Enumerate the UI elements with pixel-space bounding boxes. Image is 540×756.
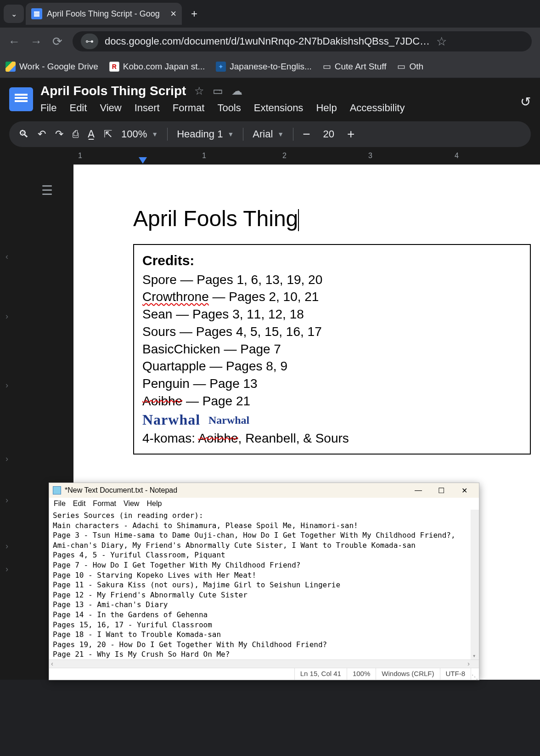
menu-file[interactable]: File (40, 102, 56, 114)
tab-close-icon[interactable]: × (170, 8, 176, 20)
caret-down-icon: ▼ (277, 131, 284, 138)
scrollbar-vertical[interactable] (471, 510, 479, 659)
search-menus-icon[interactable]: 🔍︎ (18, 128, 28, 140)
new-tab-button[interactable]: + (184, 7, 205, 20)
bookmark-japanese[interactable]: ✦ Japanese-to-Englis... (216, 62, 312, 72)
menu-view[interactable]: View (100, 102, 121, 114)
docs-header: April Fools Thing Script ☆ ▭→ ☁ FileEdit… (0, 78, 540, 114)
bookmark-work-drive[interactable]: Work - Google Drive (6, 62, 98, 72)
decrease-font-size-button[interactable]: − (303, 127, 310, 142)
credits-line: Spore — Pages 1, 6, 13, 19, 20 (142, 271, 522, 289)
credits-heading: Credits: (142, 251, 522, 270)
undo-icon[interactable]: ↶ (38, 128, 46, 140)
credits-line: Sours — Pages 4, 5, 15, 16, 17 (142, 323, 522, 341)
menu-help[interactable]: Help (316, 102, 337, 114)
notepad-icon (53, 486, 61, 495)
chevron-right-icon: › (6, 541, 8, 551)
menu-accessibility[interactable]: Accessibility (350, 102, 405, 114)
chevron-right-icon: › (6, 312, 8, 321)
bookmark-star-icon[interactable]: ☆ (436, 34, 447, 49)
tab-search-dropdown[interactable]: ⌄ (4, 5, 24, 23)
scrollbar-horizontal[interactable] (49, 659, 479, 668)
paragraph-style-select[interactable]: Heading 1 ▼ (177, 128, 234, 140)
reload-button[interactable]: ⟳ (52, 34, 62, 49)
menu-edit[interactable]: Edit (69, 102, 87, 114)
move-folder-icon[interactable]: ▭→ (213, 85, 223, 97)
doc-heading-1[interactable]: April Fools Thing (133, 206, 531, 231)
bookmarks-bar: Work - Google Drive R Kobo.com Japan st.… (0, 55, 540, 78)
bookmark-kobo[interactable]: R Kobo.com Japan st... (109, 62, 205, 72)
url-bar[interactable]: ⊶ docs.google.com/document/d/1wuNnRnqo-2… (73, 31, 532, 51)
maximize-button[interactable]: ☐ (430, 484, 452, 496)
notepad-menu-edit[interactable]: Edit (73, 500, 86, 508)
zoom-select[interactable]: 100% ▼ (121, 128, 158, 140)
notepad-menu: FileEditFormatViewHelp (49, 498, 479, 510)
menu-format[interactable]: Format (173, 102, 205, 114)
left-ruler: ‹ › › › › › › (0, 165, 18, 680)
status-eol: Windows (CRLF) (376, 668, 439, 680)
bookmark-cute-art[interactable]: ▭ Cute Art Stuff (323, 61, 387, 72)
text-cursor (298, 209, 299, 231)
notepad-menu-help[interactable]: Help (146, 500, 162, 508)
caret-down-icon: ▼ (152, 131, 158, 138)
forward-button[interactable]: → (30, 34, 42, 49)
cloud-saved-icon[interactable]: ☁ (231, 85, 242, 97)
outline-toggle-icon[interactable]: ☰ (37, 180, 57, 200)
resize-grip-icon[interactable] (471, 668, 479, 680)
indent-marker-icon[interactable] (139, 157, 147, 164)
site-controls-icon[interactable]: ⊶ (81, 34, 98, 49)
status-position: Ln 15, Col 41 (294, 668, 347, 680)
font-size-input[interactable]: 20 (320, 128, 338, 140)
font-select[interactable]: Arial ▼ (253, 128, 284, 140)
document-title[interactable]: April Fools Thing Script (40, 84, 186, 98)
notepad-titlebar[interactable]: *New Text Document.txt - Notepad — ☐ ✕ (49, 483, 479, 498)
notepad-menu-file[interactable]: File (54, 500, 66, 508)
spellcheck-icon[interactable]: A̲ (88, 128, 95, 140)
increase-font-size-button[interactable]: + (347, 127, 354, 142)
folder-icon: ▭ (323, 61, 331, 72)
koma-line: 4-komas: Aoibhe, Reanbell, & Sours (142, 430, 522, 447)
ruler-number: 1 (78, 152, 82, 160)
menu-insert[interactable]: Insert (135, 102, 160, 114)
credits-line: Quartapple — Pages 8, 9 (142, 358, 522, 375)
close-button[interactable]: ✕ (453, 484, 475, 496)
notepad-statusbar: Ln 15, Col 41 100% Windows (CRLF) UTF-8 (49, 668, 479, 680)
notepad-text-area[interactable]: Series Sources (in reading order): Main … (49, 510, 479, 659)
credits-line: BasicChicken — Page 7 (142, 341, 522, 358)
ruler-number: 2 (282, 152, 287, 160)
ruler-number: 1 (202, 152, 206, 160)
print-icon[interactable]: ⎙ (73, 128, 79, 140)
folder-icon: ▭ (397, 61, 405, 72)
chevron-right-icon: › (6, 495, 8, 505)
gdoc-favicon-icon (31, 8, 42, 19)
back-button[interactable]: ← (8, 34, 20, 49)
handwritten-narwhal-2: Narwhal (208, 413, 249, 427)
tab-title: April Fools Thing Script - Goog (47, 9, 166, 19)
docs-logo-icon[interactable] (9, 87, 33, 111)
notepad-menu-view[interactable]: View (124, 500, 139, 508)
ruler[interactable]: 11234 (18, 151, 540, 165)
notepad-window[interactable]: *New Text Document.txt - Notepad — ☐ ✕ F… (49, 483, 479, 680)
menu-bar: FileEditViewInsertFormatToolsExtensionsH… (40, 102, 513, 114)
version-history-icon[interactable]: ↺ (520, 94, 531, 109)
bookmark-other[interactable]: ▭ Oth (397, 61, 423, 72)
redo-icon[interactable]: ↷ (55, 128, 63, 140)
status-zoom: 100% (347, 668, 376, 680)
chevron-left-icon: ‹ (6, 252, 8, 261)
address-bar: ← → ⟳ ⊶ docs.google.com/document/d/1wuNn… (0, 28, 540, 55)
paint-format-icon[interactable]: ⇱ (104, 128, 112, 140)
ruler-number: 3 (368, 152, 372, 160)
toolbar: 🔍︎ ↶ ↷ ⎙ A̲ ⇱ 100% ▼ Heading 1 ▼ Arial ▼… (9, 121, 531, 147)
menu-tools[interactable]: Tools (217, 102, 241, 114)
minimize-button[interactable]: — (407, 484, 429, 496)
url-text: docs.google.com/document/d/1wuNnRnqo-2N7… (105, 35, 430, 47)
kobo-icon: R (109, 62, 119, 72)
drive-icon (6, 62, 16, 72)
star-icon[interactable]: ☆ (194, 85, 204, 97)
notepad-menu-format[interactable]: Format (93, 500, 116, 508)
active-tab[interactable]: April Fools Thing Script - Goog × (26, 3, 182, 25)
credits-box[interactable]: Credits: Spore — Pages 1, 6, 13, 19, 20C… (133, 244, 531, 455)
tab-strip: ⌄ April Fools Thing Script - Goog × + (0, 0, 540, 28)
chevron-right-icon: › (6, 381, 8, 390)
menu-extensions[interactable]: Extensions (254, 102, 304, 114)
